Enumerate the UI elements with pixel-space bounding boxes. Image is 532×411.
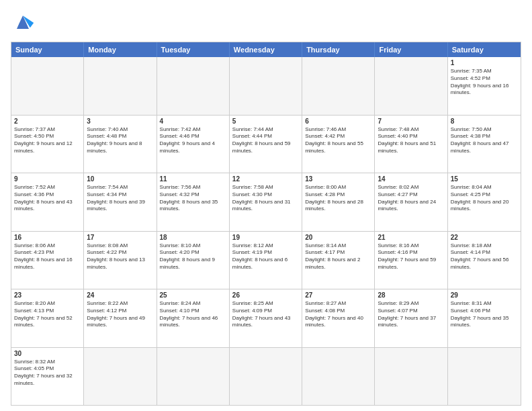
day-info: Sunrise: 8:14 AM Sunset: 4:17 PM Dayligh… — [305, 242, 371, 271]
day-number: 11 — [160, 175, 226, 183]
calendar: SundayMondayTuesdayWednesdayThursdayFrid… — [11, 42, 521, 406]
day-number: 19 — [232, 234, 299, 241]
calendar-cell: 20Sunrise: 8:14 AM Sunset: 4:17 PM Dayli… — [302, 232, 375, 289]
day-info: Sunrise: 7:54 AM Sunset: 4:34 PM Dayligh… — [87, 184, 153, 213]
logo — [11, 11, 38, 35]
day-number: 12 — [232, 175, 299, 183]
weekday-header-tuesday: Tuesday — [157, 42, 230, 57]
calendar-cell: 24Sunrise: 8:22 AM Sunset: 4:12 PM Dayli… — [84, 289, 157, 347]
calendar-row-6: 30Sunrise: 8:32 AM Sunset: 4:05 PM Dayli… — [11, 347, 521, 406]
weekday-header-thursday: Thursday — [302, 42, 375, 57]
calendar-cell — [375, 57, 447, 115]
day-info: Sunrise: 8:20 AM Sunset: 4:13 PM Dayligh… — [14, 300, 81, 329]
calendar-cell: 3Sunrise: 7:40 AM Sunset: 4:48 PM Daylig… — [84, 116, 157, 173]
day-number: 10 — [87, 175, 153, 183]
calendar-cell: 27Sunrise: 8:27 AM Sunset: 4:08 PM Dayli… — [302, 289, 375, 347]
calendar-cell: 10Sunrise: 7:54 AM Sunset: 4:34 PM Dayli… — [84, 173, 157, 231]
calendar-cell: 1Sunrise: 7:35 AM Sunset: 4:52 PM Daylig… — [448, 57, 521, 115]
day-number: 3 — [87, 118, 153, 125]
calendar-cell — [302, 57, 375, 115]
calendar-cell: 30Sunrise: 8:32 AM Sunset: 4:05 PM Dayli… — [11, 348, 84, 406]
day-number: 1 — [451, 59, 518, 66]
calendar-cell — [84, 57, 157, 115]
day-number: 8 — [451, 118, 518, 125]
calendar-cell — [157, 348, 230, 406]
day-info: Sunrise: 7:52 AM Sunset: 4:36 PM Dayligh… — [14, 184, 81, 213]
day-info: Sunrise: 8:06 AM Sunset: 4:23 PM Dayligh… — [14, 242, 81, 271]
day-number: 18 — [160, 234, 226, 241]
calendar-cell: 8Sunrise: 7:50 AM Sunset: 4:38 PM Daylig… — [448, 116, 521, 173]
calendar-header: SundayMondayTuesdayWednesdayThursdayFrid… — [11, 42, 521, 57]
day-info: Sunrise: 7:37 AM Sunset: 4:50 PM Dayligh… — [14, 126, 81, 155]
day-info: Sunrise: 8:27 AM Sunset: 4:08 PM Dayligh… — [305, 300, 371, 329]
calendar-cell: 29Sunrise: 8:31 AM Sunset: 4:06 PM Dayli… — [448, 289, 521, 347]
day-info: Sunrise: 8:29 AM Sunset: 4:07 PM Dayligh… — [378, 300, 444, 329]
day-number: 14 — [378, 175, 444, 183]
day-info: Sunrise: 8:22 AM Sunset: 4:12 PM Dayligh… — [87, 300, 153, 329]
weekday-header-sunday: Sunday — [11, 42, 84, 57]
calendar-row-2: 2Sunrise: 7:37 AM Sunset: 4:50 PM Daylig… — [11, 115, 521, 173]
calendar-cell: 16Sunrise: 8:06 AM Sunset: 4:23 PM Dayli… — [11, 232, 84, 289]
day-number: 26 — [232, 291, 299, 299]
day-info: Sunrise: 8:24 AM Sunset: 4:10 PM Dayligh… — [160, 300, 226, 329]
header — [11, 11, 521, 35]
weekday-header-friday: Friday — [375, 42, 447, 57]
calendar-cell: 5Sunrise: 7:44 AM Sunset: 4:44 PM Daylig… — [230, 116, 302, 173]
calendar-cell — [157, 57, 230, 115]
day-number: 7 — [378, 118, 444, 125]
calendar-cell — [230, 348, 302, 406]
day-info: Sunrise: 7:48 AM Sunset: 4:40 PM Dayligh… — [378, 126, 444, 155]
calendar-cell: 23Sunrise: 8:20 AM Sunset: 4:13 PM Dayli… — [11, 289, 84, 347]
day-info: Sunrise: 7:44 AM Sunset: 4:44 PM Dayligh… — [232, 126, 299, 155]
day-number: 6 — [305, 118, 371, 125]
day-info: Sunrise: 8:10 AM Sunset: 4:20 PM Dayligh… — [160, 242, 226, 271]
day-info: Sunrise: 8:16 AM Sunset: 4:16 PM Dayligh… — [378, 242, 444, 271]
calendar-row-1: 1Sunrise: 7:35 AM Sunset: 4:52 PM Daylig… — [11, 57, 521, 115]
day-info: Sunrise: 8:00 AM Sunset: 4:28 PM Dayligh… — [305, 184, 371, 213]
day-info: Sunrise: 7:40 AM Sunset: 4:48 PM Dayligh… — [87, 126, 153, 155]
page: SundayMondayTuesdayWednesdayThursdayFrid… — [0, 0, 532, 411]
day-info: Sunrise: 8:32 AM Sunset: 4:05 PM Dayligh… — [14, 359, 81, 387]
calendar-cell: 25Sunrise: 8:24 AM Sunset: 4:10 PM Dayli… — [157, 289, 230, 347]
calendar-row-5: 23Sunrise: 8:20 AM Sunset: 4:13 PM Dayli… — [11, 289, 521, 347]
weekday-header-saturday: Saturday — [448, 42, 521, 57]
calendar-row-4: 16Sunrise: 8:06 AM Sunset: 4:23 PM Dayli… — [11, 231, 521, 289]
calendar-cell — [230, 57, 302, 115]
day-info: Sunrise: 8:31 AM Sunset: 4:06 PM Dayligh… — [451, 300, 518, 329]
day-info: Sunrise: 8:25 AM Sunset: 4:09 PM Dayligh… — [232, 300, 299, 329]
day-number: 28 — [378, 291, 444, 299]
day-number: 16 — [14, 234, 81, 241]
day-info: Sunrise: 7:50 AM Sunset: 4:38 PM Dayligh… — [451, 126, 518, 155]
day-number: 21 — [378, 234, 444, 241]
calendar-cell: 21Sunrise: 8:16 AM Sunset: 4:16 PM Dayli… — [375, 232, 447, 289]
calendar-cell: 12Sunrise: 7:58 AM Sunset: 4:30 PM Dayli… — [230, 173, 302, 231]
calendar-cell: 17Sunrise: 8:08 AM Sunset: 4:22 PM Dayli… — [84, 232, 157, 289]
calendar-row-3: 9Sunrise: 7:52 AM Sunset: 4:36 PM Daylig… — [11, 173, 521, 231]
calendar-cell: 26Sunrise: 8:25 AM Sunset: 4:09 PM Dayli… — [230, 289, 302, 347]
day-number: 15 — [451, 175, 518, 183]
calendar-cell: 7Sunrise: 7:48 AM Sunset: 4:40 PM Daylig… — [375, 116, 447, 173]
day-number: 27 — [305, 291, 371, 299]
day-info: Sunrise: 7:46 AM Sunset: 4:42 PM Dayligh… — [305, 126, 371, 155]
day-number: 29 — [451, 291, 518, 299]
day-number: 13 — [305, 175, 371, 183]
day-info: Sunrise: 7:56 AM Sunset: 4:32 PM Dayligh… — [160, 184, 226, 213]
day-number: 24 — [87, 291, 153, 299]
weekday-header-monday: Monday — [84, 42, 157, 57]
calendar-cell: 28Sunrise: 8:29 AM Sunset: 4:07 PM Dayli… — [375, 289, 447, 347]
calendar-cell: 14Sunrise: 8:02 AM Sunset: 4:27 PM Dayli… — [375, 173, 447, 231]
day-number: 30 — [14, 350, 81, 357]
calendar-cell — [11, 57, 84, 115]
calendar-cell: 13Sunrise: 8:00 AM Sunset: 4:28 PM Dayli… — [302, 173, 375, 231]
calendar-cell: 11Sunrise: 7:56 AM Sunset: 4:32 PM Dayli… — [157, 173, 230, 231]
calendar-cell: 2Sunrise: 7:37 AM Sunset: 4:50 PM Daylig… — [11, 116, 84, 173]
day-info: Sunrise: 8:02 AM Sunset: 4:27 PM Dayligh… — [378, 184, 444, 213]
calendar-cell — [302, 348, 375, 406]
calendar-cell: 15Sunrise: 8:04 AM Sunset: 4:25 PM Dayli… — [448, 173, 521, 231]
calendar-cell: 18Sunrise: 8:10 AM Sunset: 4:20 PM Dayli… — [157, 232, 230, 289]
calendar-cell — [448, 348, 521, 406]
day-number: 9 — [14, 175, 81, 183]
calendar-cell: 9Sunrise: 7:52 AM Sunset: 4:36 PM Daylig… — [11, 173, 84, 231]
day-info: Sunrise: 7:58 AM Sunset: 4:30 PM Dayligh… — [232, 184, 299, 213]
calendar-cell: 22Sunrise: 8:18 AM Sunset: 4:14 PM Dayli… — [448, 232, 521, 289]
